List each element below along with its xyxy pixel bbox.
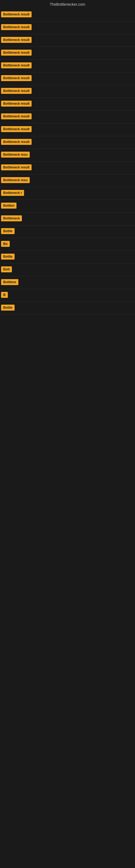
bottleneck-result-badge: Bottleneck result [1, 11, 32, 18]
list-item[interactable]: Bo [0, 238, 135, 251]
bottleneck-result-badge: Bottleneck result [1, 24, 32, 30]
list-item[interactable]: Bottleneck result [0, 123, 135, 136]
rows-container: Bottleneck resultBottleneck resultBottle… [0, 9, 135, 315]
list-item[interactable]: Bott [0, 264, 135, 276]
bottleneck-result-badge: Bottleneck r [1, 190, 24, 196]
list-item[interactable]: Bottleneck result [0, 47, 135, 60]
bottleneck-result-badge: Bottleneck result [1, 113, 32, 119]
list-item[interactable]: B [0, 289, 135, 302]
bottleneck-result-badge: B [1, 292, 8, 298]
bottleneck-result-badge: Bottle [1, 228, 14, 234]
list-item[interactable]: Bottleneck result [0, 98, 135, 111]
bottleneck-result-badge: Bottleneck result [1, 139, 32, 145]
bottleneck-result-badge: Bottleneck result [1, 50, 32, 56]
list-item[interactable]: Bottleneck result [0, 60, 135, 72]
list-item[interactable]: Bottleneck result [0, 22, 135, 34]
bottleneck-result-badge: Bottleneck result [1, 126, 32, 132]
bottleneck-result-badge: Bottleneck [1, 215, 22, 221]
list-item[interactable]: Bottleneck result [0, 111, 135, 123]
list-item[interactable]: Bottleneck resu [0, 149, 135, 162]
bottleneck-result-badge: Bottleneck result [1, 101, 32, 106]
bottleneck-result-badge: Bottleneck result [1, 164, 32, 170]
site-title: TheBottlenecker.com [0, 0, 135, 9]
list-item[interactable]: Bottleneck [0, 213, 135, 225]
list-item[interactable]: Bottle [0, 225, 135, 238]
bottleneck-result-badge: Bottlen [1, 203, 16, 209]
bottleneck-result-badge: Bottle [1, 254, 14, 259]
bottleneck-result-badge: Bottleneck resu [1, 177, 30, 183]
list-item[interactable]: Bottle [0, 302, 135, 315]
bottleneck-result-badge: Bottleneck result [1, 37, 32, 43]
list-item[interactable]: Bottlens [0, 276, 135, 289]
bottleneck-result-badge: Bottleneck result [1, 75, 32, 81]
list-item[interactable]: Bottleneck result [0, 34, 135, 47]
bottleneck-result-badge: Bottleneck resu [1, 152, 30, 158]
bottleneck-result-badge: Bottleneck result [1, 88, 32, 94]
bottleneck-result-badge: Bottlens [1, 279, 18, 285]
list-item[interactable]: Bottleneck result [0, 72, 135, 85]
list-item[interactable]: Bottleneck r [0, 187, 135, 200]
list-item[interactable]: Bottleneck result [0, 9, 135, 22]
site-header: TheBottlenecker.com [0, 0, 135, 9]
bottleneck-result-badge: Bott [1, 267, 12, 272]
bottleneck-result-badge: Bo [1, 241, 10, 247]
list-item[interactable]: Bottleneck result [0, 85, 135, 98]
bottleneck-result-badge: Bottle [1, 305, 14, 311]
list-item[interactable]: Bottlen [0, 200, 135, 213]
list-item[interactable]: Bottleneck resu [0, 175, 135, 187]
list-item[interactable]: Bottle [0, 251, 135, 264]
list-item[interactable]: Bottleneck result [0, 136, 135, 149]
bottleneck-result-badge: Bottleneck result [1, 62, 32, 68]
list-item[interactable]: Bottleneck result [0, 162, 135, 175]
